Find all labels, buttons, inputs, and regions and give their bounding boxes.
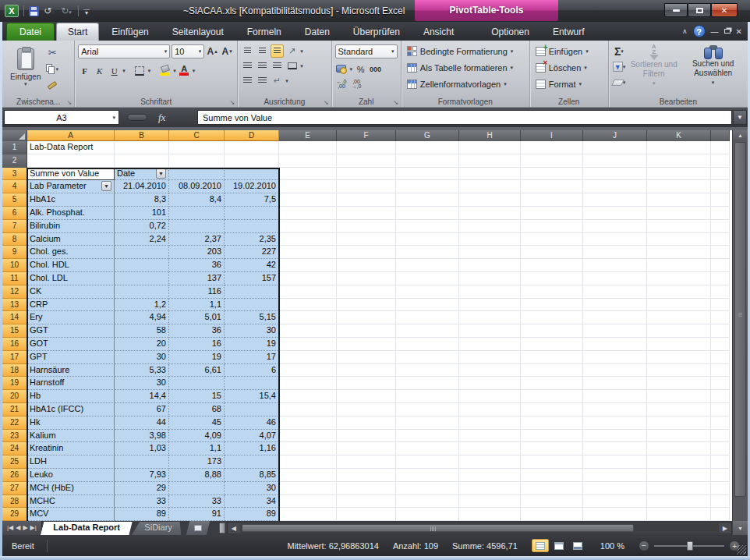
cell-A17[interactable]: GPT bbox=[27, 351, 115, 364]
cell-B29[interactable]: 89 bbox=[115, 508, 169, 521]
cell-F11[interactable] bbox=[337, 272, 396, 285]
cell-J9[interactable] bbox=[583, 246, 647, 259]
cell-I16[interactable] bbox=[521, 338, 583, 351]
cell-C22[interactable]: 45 bbox=[169, 416, 225, 430]
cell-K19[interactable] bbox=[647, 377, 711, 390]
name-box[interactable]: A3▾ bbox=[4, 110, 119, 125]
cell-L23[interactable] bbox=[711, 430, 730, 443]
cell-L18[interactable] bbox=[711, 364, 730, 377]
cell-G21[interactable] bbox=[396, 403, 459, 416]
cell-G18[interactable] bbox=[396, 364, 459, 377]
cell-B15[interactable]: 58 bbox=[115, 324, 169, 338]
cell-K16[interactable] bbox=[647, 338, 711, 351]
cell-G23[interactable] bbox=[396, 430, 459, 443]
cell-K2[interactable] bbox=[647, 154, 711, 168]
styles-button-2[interactable]: Zellenformatvorlagen▾ bbox=[405, 76, 526, 92]
cell-K5[interactable] bbox=[647, 193, 711, 207]
cell-H28[interactable] bbox=[459, 495, 521, 509]
row-header-14[interactable]: 14 bbox=[2, 311, 27, 324]
cell-H29[interactable] bbox=[459, 508, 521, 521]
cell-E22[interactable] bbox=[279, 416, 337, 430]
cell-G9[interactable] bbox=[396, 246, 459, 259]
cell-G17[interactable] bbox=[396, 351, 459, 364]
cell-G11[interactable] bbox=[396, 272, 459, 285]
column-header-H[interactable]: H bbox=[459, 130, 521, 141]
cell-J8[interactable] bbox=[583, 233, 647, 246]
cell-H15[interactable] bbox=[459, 324, 521, 338]
insert-function-icon[interactable]: fx bbox=[158, 112, 165, 124]
cell-J2[interactable] bbox=[583, 154, 647, 168]
cell-I28[interactable] bbox=[521, 495, 583, 509]
row-header-9[interactable]: 9 bbox=[2, 246, 27, 259]
scroll-right-icon[interactable]: ▶ bbox=[719, 525, 731, 532]
row-header-2[interactable]: 2 bbox=[2, 154, 27, 168]
cell-E9[interactable] bbox=[279, 246, 337, 259]
cell-G25[interactable] bbox=[396, 455, 459, 469]
collapse-ribbon-icon[interactable]: ∧ bbox=[682, 27, 688, 35]
cell-E1[interactable] bbox=[279, 141, 337, 154]
cell-K28[interactable] bbox=[647, 495, 711, 509]
cell-A16[interactable]: GOT bbox=[27, 338, 115, 351]
cell-I29[interactable] bbox=[521, 508, 583, 521]
ribbon-tab-start[interactable]: Start bbox=[56, 23, 99, 41]
cell-F23[interactable] bbox=[337, 430, 396, 443]
cell-A15[interactable]: GGT bbox=[27, 324, 115, 338]
cell-F7[interactable] bbox=[337, 220, 396, 233]
cell-A6[interactable]: Alk. Phosphat. bbox=[27, 207, 115, 220]
cell-B1[interactable] bbox=[115, 141, 169, 154]
row-header-5[interactable]: 5 bbox=[2, 193, 27, 207]
cell-D12[interactable] bbox=[225, 285, 279, 299]
normal-view-button[interactable] bbox=[532, 539, 549, 552]
vertical-scroll-thumb[interactable] bbox=[734, 142, 746, 497]
cell-I19[interactable] bbox=[521, 377, 583, 390]
cell-B4[interactable]: 21.04.2010 bbox=[115, 180, 169, 193]
cell-F15[interactable] bbox=[337, 324, 396, 338]
cell-K15[interactable] bbox=[647, 324, 711, 338]
sheet-tab-sidiary[interactable]: SiDiary bbox=[132, 522, 185, 535]
cell-C25[interactable]: 173 bbox=[169, 455, 225, 469]
font-name-select[interactable]: Arial▾ bbox=[78, 44, 170, 58]
cell-G13[interactable] bbox=[396, 299, 459, 312]
clipboard-dialog-launcher[interactable]: ↘ bbox=[67, 99, 73, 106]
redo-icon[interactable]: ↻▾ bbox=[59, 5, 73, 16]
column-header-A[interactable]: A bbox=[27, 130, 115, 141]
cell-H10[interactable] bbox=[459, 259, 521, 272]
column-header-F[interactable]: F bbox=[337, 130, 396, 141]
cell-E29[interactable] bbox=[279, 508, 337, 521]
cell-B22[interactable]: 44 bbox=[115, 416, 169, 430]
cell-D13[interactable] bbox=[225, 299, 279, 312]
cell-I2[interactable] bbox=[521, 154, 583, 168]
row-header-7[interactable]: 7 bbox=[2, 220, 27, 233]
maximize-button[interactable] bbox=[688, 3, 711, 17]
merge-center-icon[interactable] bbox=[285, 59, 299, 73]
cell-L5[interactable] bbox=[711, 193, 730, 207]
row-header-12[interactable]: 12 bbox=[2, 285, 27, 299]
ribbon-tab-seitenlayout[interactable]: Seitenlayout bbox=[161, 23, 235, 41]
cell-C29[interactable]: 91 bbox=[169, 508, 225, 521]
cell-D23[interactable]: 4,07 bbox=[225, 430, 279, 443]
cell-J11[interactable] bbox=[583, 272, 647, 285]
fill-icon[interactable]: ▼▾ bbox=[612, 60, 627, 73]
cell-C11[interactable]: 137 bbox=[169, 272, 225, 285]
align-right-icon[interactable] bbox=[271, 59, 284, 73]
zoom-out-icon[interactable]: − bbox=[639, 541, 649, 551]
cell-G14[interactable] bbox=[396, 311, 459, 324]
save-icon[interactable] bbox=[29, 6, 39, 16]
cell-L24[interactable] bbox=[711, 442, 730, 455]
cell-J28[interactable] bbox=[583, 495, 647, 509]
cell-F5[interactable] bbox=[337, 193, 396, 207]
help-icon[interactable]: ? bbox=[693, 25, 706, 37]
cell-L28[interactable] bbox=[711, 495, 730, 509]
cell-I7[interactable] bbox=[521, 220, 583, 233]
cell-J23[interactable] bbox=[583, 430, 647, 443]
sheet-tab-active[interactable]: Lab-Data Report bbox=[41, 522, 133, 535]
cell-G3[interactable] bbox=[396, 168, 459, 181]
cell-G16[interactable] bbox=[396, 338, 459, 351]
cell-H18[interactable] bbox=[459, 364, 521, 377]
cell-L20[interactable] bbox=[711, 390, 730, 403]
cell-L15[interactable] bbox=[711, 324, 730, 338]
last-sheet-icon[interactable]: ▶| bbox=[30, 525, 37, 531]
cell-K6[interactable] bbox=[647, 207, 711, 220]
cells-button-format[interactable]: Format▾ bbox=[533, 76, 605, 92]
column-header-E[interactable]: E bbox=[279, 130, 337, 141]
